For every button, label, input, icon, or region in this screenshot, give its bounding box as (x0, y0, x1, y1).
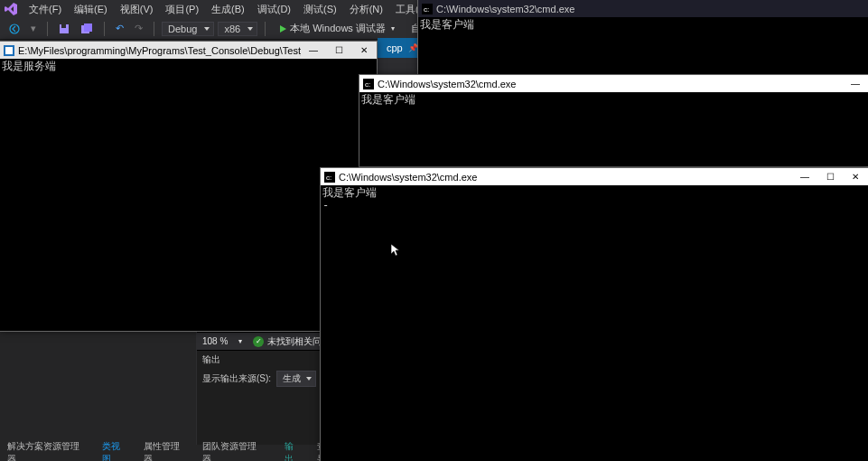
cmd-icon: c: (363, 79, 374, 89)
vs-logo-icon (4, 2, 18, 16)
toolbar-separator (47, 22, 48, 36)
titlebar[interactable]: c: C:\Windows\system32\cmd.exe (418, 0, 868, 17)
console-output[interactable]: 我是客户端 (418, 17, 868, 75)
menu-debug[interactable]: 调试(D) (252, 1, 296, 18)
svg-point-0 (10, 24, 19, 33)
cmd-icon: c: (422, 4, 433, 14)
maximize-button[interactable]: ☐ (326, 42, 351, 59)
menu-analyze[interactable]: 分析(N) (344, 1, 388, 18)
titlebar[interactable]: c: C:\Windows\system32\cmd.exe — ☐ ✕ (321, 168, 868, 185)
cmd-window-3[interactable]: c: C:\Windows\system32\cmd.exe — ☐ ✕ 我是客… (320, 167, 868, 461)
save-button[interactable] (55, 22, 73, 36)
svg-text:c:: c: (424, 5, 429, 14)
maximize-button[interactable]: ☐ (817, 168, 843, 185)
cmd-icon: c: (324, 172, 335, 183)
console-output[interactable]: 我是客户端 (359, 92, 868, 166)
undo-button[interactable]: ↶ (112, 21, 127, 36)
minimize-button[interactable]: — (843, 75, 868, 92)
tab-label: cpp (387, 42, 403, 53)
side-panel (0, 332, 196, 447)
run-label: 本地 Windows 调试器 (290, 22, 386, 35)
window-title: C:\Windows\system32\cmd.exe (339, 172, 792, 183)
redo-button[interactable]: ↷ (131, 21, 146, 36)
toolbar-separator (104, 22, 105, 36)
titlebar[interactable]: c: C:\Windows\system32\cmd.exe — (359, 75, 868, 92)
console-output[interactable]: 我是客户端 - (321, 185, 868, 461)
output-source-label: 显示输出来源(S): (202, 372, 271, 385)
zoom-level[interactable]: 108 % (202, 336, 228, 346)
play-icon (280, 25, 286, 33)
minimize-button[interactable]: — (792, 168, 817, 185)
config-dropdown[interactable]: Debug (162, 22, 214, 36)
titlebar[interactable]: E:\MyFiles\programming\MyPrograms\Test_C… (0, 42, 377, 59)
minimize-button[interactable]: — (301, 42, 326, 59)
run-debugger-button[interactable]: 本地 Windows 调试器 ▾ (273, 20, 402, 37)
output-source-select[interactable]: 生成 (276, 371, 316, 387)
svg-rect-6 (5, 47, 13, 54)
menu-build[interactable]: 生成(B) (206, 1, 250, 18)
platform-dropdown[interactable]: x86 (218, 22, 257, 36)
status-ok-icon: ✓ (253, 336, 264, 347)
cmd-window-1[interactable]: c: C:\Windows\system32\cmd.exe 我是客户端 (417, 0, 868, 76)
menu-view[interactable]: 视图(V) (115, 1, 159, 18)
menu-project[interactable]: 项目(P) (160, 1, 204, 18)
nav-back-button[interactable] (5, 22, 23, 36)
menu-edit[interactable]: 编辑(E) (69, 1, 113, 18)
menu-test[interactable]: 测试(S) (298, 1, 342, 18)
window-title: C:\Windows\system32\cmd.exe (436, 4, 868, 14)
tab-output[interactable]: 输出 (277, 438, 310, 461)
toolbar-separator (265, 22, 266, 36)
svg-rect-4 (84, 24, 92, 32)
window-title: C:\Windows\system32\cmd.exe (378, 79, 843, 89)
close-button[interactable]: ✕ (843, 168, 868, 185)
close-button[interactable]: ✕ (351, 42, 377, 59)
window-title: E:\MyFiles\programming\MyPrograms\Test_C… (18, 45, 301, 56)
tab-class-view[interactable]: 类视图 (95, 438, 136, 461)
menu-file[interactable]: 文件(F) (23, 1, 67, 18)
nav-fwd-button[interactable]: ▾ (27, 21, 40, 36)
svg-rect-2 (61, 24, 66, 28)
tab-team-explorer[interactable]: 团队资源管理器 (195, 438, 272, 461)
cmd-window-2[interactable]: c: C:\Windows\system32\cmd.exe — 我是客户端 (359, 74, 868, 167)
app-exe-icon (4, 45, 14, 56)
toolbar-separator (154, 22, 154, 36)
tab-solution-explorer[interactable]: 解决方案资源管理器 (0, 438, 95, 461)
svg-text:c:: c: (365, 80, 370, 89)
svg-text:c:: c: (326, 174, 331, 182)
tab-property-manager[interactable]: 属性管理器 (136, 438, 195, 461)
save-all-button[interactable] (77, 22, 97, 36)
